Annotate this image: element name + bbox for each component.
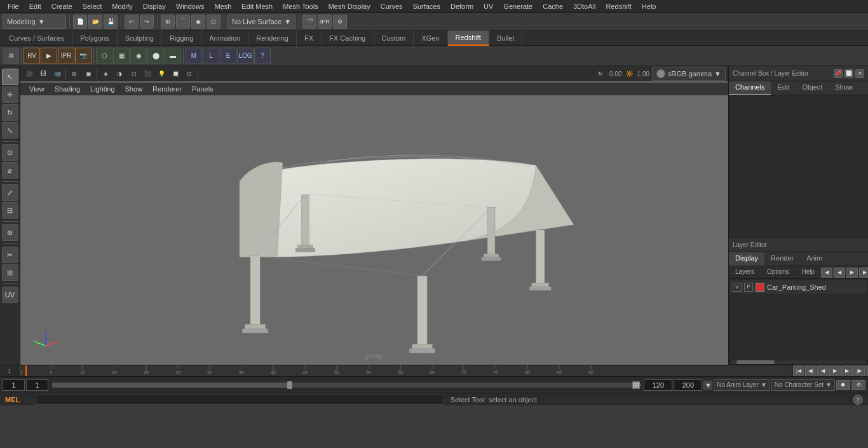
shelf-rv-button[interactable]: RV	[24, 48, 40, 64]
offset-button[interactable]: ⊞	[2, 264, 18, 281]
help-icon[interactable]: ?	[853, 395, 863, 405]
vt-gamma-button[interactable]: 🔆	[623, 68, 636, 79]
vt-iso-button[interactable]: ◈	[99, 68, 112, 79]
layer-vis-toggle[interactable]: V	[733, 283, 742, 292]
menu-3dto[interactable]: 3DtoAll	[568, 1, 600, 11]
playback-end-field[interactable]: 120	[644, 379, 672, 391]
pb-next-button[interactable]: ▶	[841, 365, 853, 377]
vt-film-button[interactable]: 🎞	[37, 68, 50, 79]
le-tab-display[interactable]: Display	[729, 252, 764, 266]
cb-pin-button[interactable]: 📌	[834, 69, 843, 78]
autokey-button[interactable]: ⏺	[836, 380, 850, 390]
vt-grid-button[interactable]: ⊞	[68, 68, 81, 79]
shelf-sphere-button[interactable]: ◉	[130, 48, 147, 64]
tab-polygons[interactable]: Polygons	[72, 31, 117, 46]
pb-play-button[interactable]: ▶	[829, 365, 841, 377]
tab-xgen[interactable]: XGen	[414, 31, 447, 46]
menu-cache[interactable]: Cache	[538, 1, 568, 11]
pb-first-button[interactable]: |◀	[793, 365, 804, 377]
pb-last-button[interactable]: ▶|	[865, 365, 868, 377]
cb-tab-edit[interactable]: Edit	[771, 81, 796, 95]
shelf-rs-log-button[interactable]: LOG	[237, 48, 254, 64]
shelf-ipr-button[interactable]: IPR	[58, 48, 74, 64]
menu-create[interactable]: Create	[46, 1, 78, 11]
playback-range-slider[interactable]: 120	[52, 383, 640, 388]
shelf-plane-button[interactable]: ▬	[165, 48, 181, 64]
menu-mesh-tools[interactable]: Mesh Tools	[278, 1, 323, 11]
vt-cam-button[interactable]: 🎥	[23, 68, 36, 79]
tab-custom[interactable]: Custom	[374, 31, 414, 46]
undo-button[interactable]: ↩	[125, 15, 139, 29]
gamma-display[interactable]: sRGB gamma ▼	[652, 67, 726, 81]
le-arrow-left2-button[interactable]: ◀	[834, 268, 845, 278]
playback-current-field[interactable]: 1	[26, 379, 48, 391]
save-scene-button[interactable]: 💾	[104, 15, 118, 29]
menu-deform[interactable]: Deform	[445, 1, 478, 11]
uv-editor-button[interactable]: UV	[2, 287, 18, 303]
tab-curves-surfaces[interactable]: Curves / Surfaces	[1, 31, 72, 46]
snap-together-button[interactable]: ⤢	[2, 184, 18, 201]
no-live-surface-dropdown[interactable]: No Live Surface ▼	[227, 15, 295, 29]
move-tool-button[interactable]: ✛	[2, 86, 18, 103]
menu-redshift[interactable]: Redshift	[600, 1, 636, 11]
vt-tex-button[interactable]: ⬛	[141, 68, 154, 79]
viewport[interactable]: 🎥 🎞 📹 ⊞ ▣ ◈ ◑ ◻ ⬛ 💡 🔲 ⊡ ↻ 0.00 🔆 1.00	[20, 66, 728, 365]
vt-rotate-button[interactable]: ↻	[594, 68, 607, 79]
vt-video-button[interactable]: 📹	[51, 68, 64, 79]
shelf-cylinder-button[interactable]: ⬤	[147, 48, 164, 64]
no-character-set-dropdown[interactable]: No Character Set ▼	[771, 379, 835, 391]
vt-frame-button[interactable]: ▣	[82, 68, 95, 79]
workspace-dropdown[interactable]: Modeling ▼	[3, 15, 66, 29]
tab-bullet[interactable]: Bullet	[489, 31, 523, 46]
cb-tab-show[interactable]: Show	[829, 81, 859, 95]
tab-rendering[interactable]: Rendering	[248, 31, 297, 46]
snap-grid-button[interactable]: ⊞	[161, 15, 175, 29]
le-subtab-layers[interactable]: Layers	[729, 266, 761, 278]
snap-point-button[interactable]: ◉	[191, 15, 205, 29]
pivot-button[interactable]: ⊕	[2, 224, 18, 241]
snap-view-button[interactable]: ⊡	[207, 15, 220, 29]
tab-fx[interactable]: FX	[297, 31, 322, 46]
le-arrow-left-button[interactable]: ◀	[821, 268, 832, 278]
vt-light-button[interactable]: 💡	[155, 68, 168, 79]
playback-max-field[interactable]: 200	[674, 379, 702, 391]
menu-mesh-display[interactable]: Mesh Display	[323, 1, 376, 11]
shelf-rs-help-button[interactable]: ?	[254, 48, 271, 64]
ipr-button[interactable]: IPR	[318, 15, 332, 29]
shelf-cube-button[interactable]: ⬡	[96, 48, 112, 64]
vp-menu-panels[interactable]: Panels	[188, 85, 217, 93]
menu-windows[interactable]: Windows	[171, 1, 210, 11]
menu-edit-mesh[interactable]: Edit Mesh	[236, 1, 278, 11]
playback-extra-button[interactable]: ⚙	[851, 380, 865, 390]
render-view-button[interactable]: 🎬	[302, 15, 316, 29]
menu-edit[interactable]: Edit	[24, 1, 46, 11]
rotate-tool-button[interactable]: ↻	[2, 104, 18, 121]
shelf-rs-env-button[interactable]: E	[220, 48, 236, 64]
layer-color-swatch[interactable]	[756, 283, 764, 292]
select-tool-button[interactable]: ↖	[2, 69, 18, 85]
tab-fx-caching[interactable]: FX Caching	[322, 31, 374, 46]
le-arrow-right-button[interactable]: ▶	[846, 268, 858, 278]
layer-playback-toggle[interactable]: P	[744, 283, 753, 292]
open-scene-button[interactable]: 📂	[88, 15, 102, 29]
menu-generate[interactable]: Generate	[498, 1, 538, 11]
scroll-thumb[interactable]	[736, 360, 775, 364]
pb-prev-key-button[interactable]: ◀|	[805, 365, 817, 377]
align-button[interactable]: ⊟	[2, 202, 18, 219]
menu-curves[interactable]: Curves	[376, 1, 408, 11]
menu-help[interactable]: Help	[637, 1, 661, 11]
vt-shadow-button[interactable]: 🔲	[169, 68, 182, 79]
timeline-indicator[interactable]	[25, 365, 27, 376]
redo-button[interactable]: ↪	[140, 15, 154, 29]
vp-menu-view[interactable]: View	[25, 85, 48, 93]
menu-mesh[interactable]: Mesh	[209, 1, 236, 11]
cb-maximize-button[interactable]: ⬜	[844, 69, 853, 78]
cb-tab-object[interactable]: Object	[796, 81, 829, 95]
menu-modify[interactable]: Modify	[107, 1, 137, 11]
le-arrow-right2-button[interactable]: ▶	[859, 268, 868, 278]
vp-menu-shading[interactable]: Shading	[51, 85, 84, 93]
shelf-rs-light-button[interactable]: L	[203, 48, 219, 64]
menu-file[interactable]: File	[3, 1, 24, 11]
tab-rigging[interactable]: Rigging	[162, 31, 201, 46]
vt-shade-button[interactable]: ◑	[113, 68, 126, 79]
